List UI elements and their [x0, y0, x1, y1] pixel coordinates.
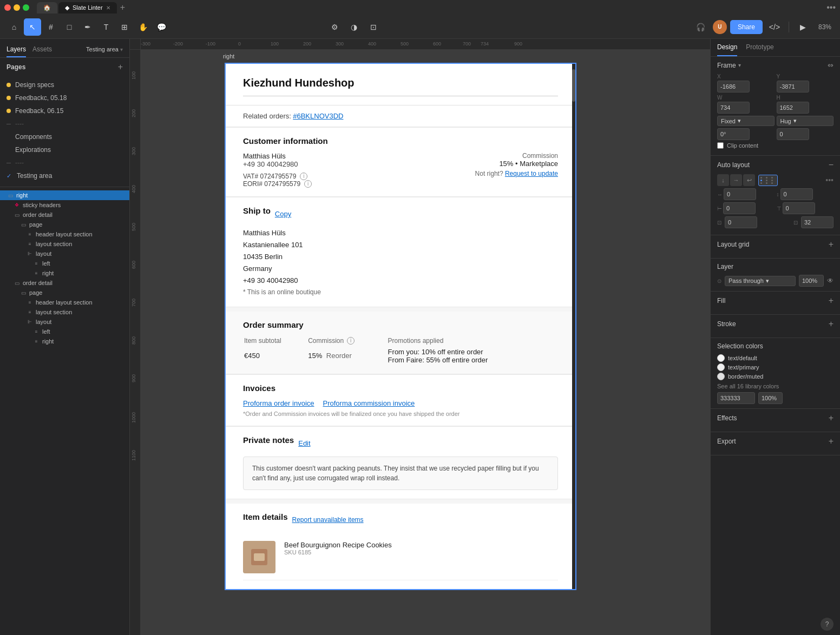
commission-info-icon[interactable]: i [347, 337, 355, 345]
opacity-pct-input[interactable] [758, 392, 783, 404]
add-stroke-button[interactable]: + [829, 319, 834, 329]
page-item-feedback1[interactable]: Feedbackc, 05.18 [0, 91, 129, 104]
page-item-testing-area[interactable]: ✓ Testing area [0, 169, 129, 182]
direction-wrap-btn[interactable]: ↩ [743, 174, 755, 186]
related-orders-link[interactable]: #6BKLNOV3DD [293, 112, 343, 120]
frame-tool-button[interactable]: # [42, 18, 60, 36]
layer-order-detail-2[interactable]: ▭ order detail [0, 278, 129, 288]
help-button[interactable]: ? [821, 618, 834, 631]
proforma-order-link[interactable]: Proforma order invoice [243, 399, 314, 407]
counter-input[interactable] [725, 216, 757, 228]
hex-input[interactable] [717, 392, 755, 404]
color-swatch-3[interactable] [717, 373, 725, 380]
tab-assets[interactable]: Assets [32, 43, 52, 57]
add-layout-grid-button[interactable]: + [829, 240, 834, 249]
layer-right-selected[interactable]: ▭ right [0, 190, 129, 200]
hug-dropdown[interactable]: Hug ▾ [777, 116, 834, 126]
copy-link[interactable]: Copy [275, 210, 291, 218]
layer-layout-1[interactable]: ⊩ layout [0, 249, 129, 259]
direction-right-btn[interactable]: → [730, 174, 742, 186]
add-effect-button[interactable]: + [829, 413, 834, 423]
gap-h-input[interactable] [724, 188, 756, 200]
w-input[interactable] [717, 102, 750, 114]
tab-design[interactable]: Design [717, 39, 737, 56]
add-export-button[interactable]: + [829, 436, 834, 446]
tab-layers[interactable]: Layers [6, 43, 26, 57]
opacity-input[interactable] [799, 275, 824, 287]
canvas-viewport[interactable]: right Kiezhund Hundeshop [141, 50, 710, 635]
right-pad-input[interactable] [801, 216, 834, 228]
home-tool-button[interactable]: ⌂ [5, 18, 23, 36]
headphone-button[interactable]: 🎧 [692, 18, 710, 36]
blend-mode-dropdown[interactable]: Pass through ▾ [725, 276, 796, 286]
code-view-button[interactable]: </> [766, 18, 783, 36]
page-item-explorations[interactable]: Explorations [0, 143, 129, 156]
visibility-icon[interactable]: 👁 [827, 277, 834, 285]
contrast-button[interactable]: ◑ [345, 18, 363, 36]
eori-info-icon[interactable]: i [304, 180, 312, 188]
text-tool-button[interactable]: T [97, 18, 115, 36]
add-page-button[interactable]: + [118, 62, 123, 72]
layer-sticky-headers[interactable]: ❖ sticky headers [0, 200, 129, 210]
new-tab-button[interactable]: + [118, 3, 127, 12]
share-button[interactable]: Share [730, 20, 763, 34]
report-link[interactable]: Report unavailable items [292, 516, 364, 524]
frame-dropdown[interactable]: Frame ▾ [717, 62, 741, 69]
layer-left-2[interactable]: ≡ left [0, 327, 129, 336]
auto-layout-collapse-button[interactable]: − [829, 160, 834, 170]
comment-tool-button[interactable]: 💬 [153, 18, 170, 36]
page-item-feedback2[interactable]: Feedback, 06.15 [0, 104, 129, 117]
layer-page-2[interactable]: ▭ page [0, 288, 129, 297]
layer-right-2[interactable]: ≡ right [0, 336, 129, 346]
window-menu-button[interactable]: ••• [826, 3, 836, 12]
layers-button[interactable]: ⊡ [365, 18, 382, 36]
layer-header-layout-section-1[interactable]: ≡ header layout section [0, 229, 129, 239]
hand-tool-button[interactable]: ✋ [134, 18, 152, 36]
layer-order-detail-1[interactable]: ▭ order detail [0, 210, 129, 220]
pen-tool-button[interactable]: ✒ [79, 18, 96, 36]
rotation-input[interactable] [717, 128, 750, 140]
see-all-link[interactable]: See all 16 library colors [717, 383, 779, 389]
auto-layout-more-button[interactable]: ••• [825, 176, 834, 184]
gap-v-input[interactable] [780, 188, 813, 200]
plugins-button[interactable]: ⚙ [326, 18, 343, 36]
pad-top-input[interactable] [783, 202, 815, 214]
cursor-tool-button[interactable]: ↖ [24, 18, 41, 36]
color-swatch-2[interactable] [717, 363, 725, 371]
vat-info-icon[interactable]: i [300, 173, 307, 180]
add-fill-button[interactable]: + [829, 296, 834, 306]
layer-page-1[interactable]: ▭ page [0, 220, 129, 229]
layer-layout-section-1[interactable]: ≡ layout section [0, 239, 129, 249]
scrollbar-thumb[interactable] [572, 69, 575, 102]
layer-right-1[interactable]: ≡ right [0, 268, 129, 278]
h-input[interactable] [777, 102, 809, 114]
component-tool-button[interactable]: ⊞ [116, 18, 133, 36]
tab-prototype[interactable]: Prototype [746, 39, 773, 56]
slate-linter-tab[interactable]: ◆ Slate Linter ✕ [58, 2, 117, 14]
layer-layout-section-2[interactable]: ≡ layout section [0, 307, 129, 317]
edit-link[interactable]: Edit [298, 439, 310, 447]
request-update-link[interactable]: Request to update [505, 170, 558, 177]
page-item-components[interactable]: Components [0, 130, 129, 143]
color-swatch-1[interactable] [717, 354, 725, 362]
layer-layout-2[interactable]: ⊩ layout [0, 317, 129, 327]
layer-left-1[interactable]: ≡ left [0, 259, 129, 268]
corner-input[interactable] [777, 128, 809, 140]
shape-tool-button[interactable]: □ [61, 18, 78, 36]
minimize-button[interactable] [14, 4, 20, 11]
proforma-commission-link[interactable]: Proforma commission invoice [323, 399, 415, 407]
maximize-button[interactable] [23, 4, 29, 11]
play-button[interactable]: ▶ [795, 18, 812, 36]
y-input[interactable] [777, 81, 809, 92]
home-tab[interactable]: 🏠 [37, 2, 57, 14]
pad-left-input[interactable] [723, 202, 756, 214]
scrollbar-track[interactable] [572, 64, 575, 589]
fixed-dropdown[interactable]: Fixed ▾ [717, 116, 775, 126]
close-button[interactable] [4, 4, 11, 11]
page-item-design-specs[interactable]: Design specs [0, 78, 129, 91]
x-input[interactable] [717, 81, 750, 92]
frame-collapse-button[interactable]: ⇔ [828, 61, 834, 69]
window-controls[interactable] [4, 4, 29, 11]
layer-header-layout-section-2[interactable]: ≡ header layout section [0, 297, 129, 307]
clip-content-checkbox[interactable] [717, 142, 724, 149]
